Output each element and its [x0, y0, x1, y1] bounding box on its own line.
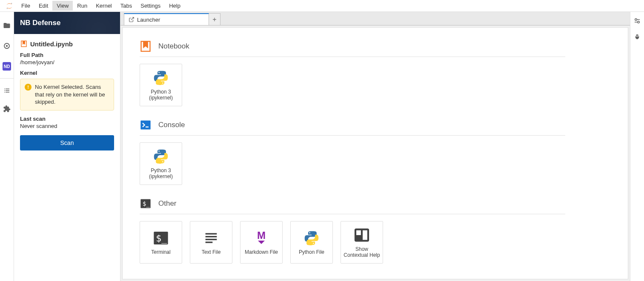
debugger-icon[interactable] [633, 33, 641, 41]
card-label: Text File [202, 249, 221, 255]
svg-text:M: M [257, 230, 266, 241]
card-python-file[interactable]: Python File [290, 221, 333, 264]
textfile-icon [203, 230, 220, 247]
section-console: Console Python 3 (ipykernel) [140, 119, 565, 185]
menu-help[interactable]: Help [165, 1, 185, 11]
section-title: Console [158, 121, 185, 129]
kernel-warning-text: No Kernel Selected. Scans that rely on t… [35, 83, 109, 106]
launcher-tab-icon [129, 17, 135, 23]
activity-bar: ND [0, 12, 14, 281]
card-label: Python 3 (ipykernel) [142, 167, 180, 180]
section-title: Other [158, 199, 177, 208]
svg-point-19 [635, 19, 637, 21]
bookmark-icon [20, 40, 28, 48]
python-icon [152, 148, 169, 165]
warning-icon: ! [25, 84, 31, 91]
card-notebook-python3[interactable]: Python 3 (ipykernel) [140, 64, 182, 106]
menu-kernel[interactable]: Kernel [92, 1, 116, 11]
card-label: Show Contextual Help [343, 246, 381, 258]
menu-edit[interactable]: Edit [34, 1, 52, 11]
card-console-python3[interactable]: Python 3 (ipykernel) [140, 142, 182, 185]
scanned-file-row: Untitled.ipynb [20, 40, 114, 48]
python-icon [303, 230, 320, 247]
running-kernels-icon[interactable] [0, 36, 14, 56]
svg-rect-17 [355, 235, 362, 241]
full-path-value: /home/jovyan/ [20, 59, 114, 65]
help-icon [353, 227, 370, 244]
menu-tabs[interactable]: Tabs [116, 1, 136, 11]
markdown-icon: M [253, 230, 270, 247]
svg-rect-12 [206, 236, 217, 237]
nbdefense-header: NB Defense [14, 12, 120, 34]
right-activity-bar [630, 12, 644, 281]
svg-rect-3 [6, 45, 8, 47]
menu-bar: File Edit View Run Kernel Tabs Settings … [0, 0, 644, 12]
file-browser-icon[interactable] [0, 15, 14, 36]
section-notebook: Notebook Python 3 (ipykernel) [140, 40, 565, 106]
file-name: Untitled.ipynb [30, 40, 73, 48]
notebook-section-icon [140, 40, 152, 52]
last-scan-value: Never scanned [20, 123, 114, 129]
python-icon [152, 69, 169, 86]
section-other: $_ Other $_ Terminal Te [140, 198, 565, 264]
card-terminal[interactable]: $_ Terminal [140, 221, 182, 264]
card-label: Python File [299, 249, 324, 255]
main-area: Launcher + Notebook Python [120, 12, 630, 281]
console-section-icon [140, 119, 152, 131]
svg-rect-13 [206, 238, 217, 240]
scan-button[interactable]: Scan [20, 135, 114, 150]
kernel-label: Kernel [20, 70, 114, 76]
card-contextual-help[interactable]: Show Contextual Help [341, 221, 383, 264]
svg-point-0 [11, 3, 12, 3]
full-path-label: Full Path [20, 52, 114, 58]
jupyter-logo[interactable] [4, 1, 14, 11]
property-inspector-icon[interactable] [633, 17, 641, 25]
extensions-icon[interactable] [0, 99, 14, 119]
tab-launcher[interactable]: Launcher [124, 13, 209, 25]
section-title: Notebook [158, 42, 189, 51]
nbdefense-panel: NB Defense Untitled.ipynb Full Path /hom… [14, 12, 120, 281]
svg-rect-11 [206, 233, 217, 234]
svg-point-1 [7, 8, 8, 9]
svg-point-20 [638, 21, 640, 23]
terminal-icon: $_ [152, 230, 169, 247]
tab-label: Launcher [137, 17, 160, 23]
kernel-warning-box: ! No Kernel Selected. Scans that rely on… [20, 79, 114, 111]
toc-icon[interactable] [0, 78, 14, 99]
menu-run[interactable]: Run [73, 1, 92, 11]
svg-rect-14 [206, 241, 213, 243]
panel-title: NB Defense [20, 19, 60, 27]
launcher-panel: Notebook Python 3 (ipykernel) [122, 27, 628, 279]
card-label: Python 3 (ipykernel) [142, 89, 180, 101]
tab-bar: Launcher + [120, 12, 630, 26]
new-tab-button[interactable]: + [209, 13, 220, 25]
other-section-icon: $_ [140, 198, 152, 210]
card-label: Markdown File [245, 249, 278, 255]
menu-file[interactable]: File [17, 1, 34, 11]
svg-text:$_: $_ [143, 200, 150, 207]
last-scan-label: Last scan [20, 116, 114, 122]
card-label: Terminal [151, 249, 170, 255]
svg-rect-6 [140, 121, 150, 130]
svg-text:$_: $_ [156, 233, 167, 244]
menu-settings[interactable]: Settings [136, 1, 165, 11]
menu-view[interactable]: View [52, 1, 73, 11]
card-text-file[interactable]: Text File [190, 221, 232, 264]
nbdefense-tab-icon[interactable]: ND [0, 56, 14, 77]
card-markdown-file[interactable]: M Markdown File [240, 221, 283, 264]
